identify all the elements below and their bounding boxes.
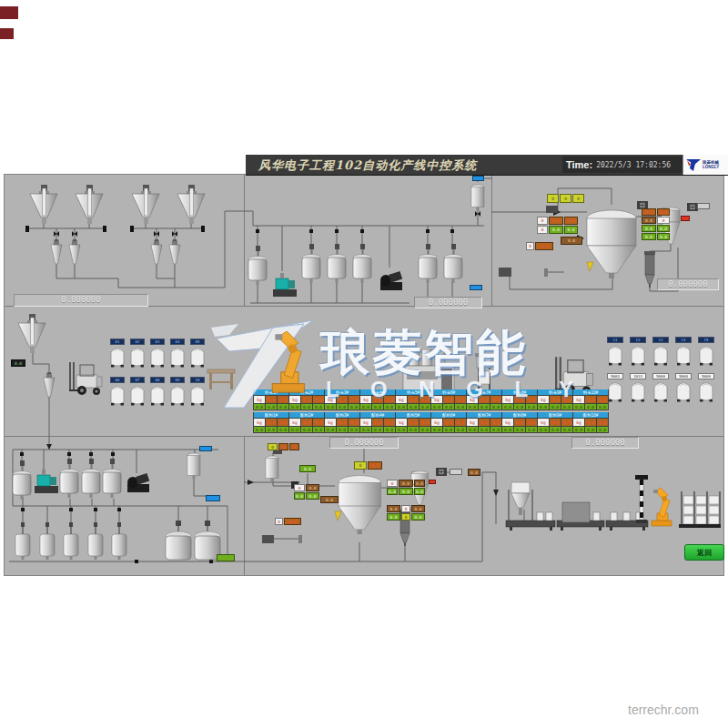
batch-table-cell: 0.0 (455, 427, 466, 433)
batch-table-cell: 0.0 (384, 419, 395, 427)
work-table (207, 369, 235, 389)
batch-table-cell: 0.0 (349, 396, 359, 404)
batch-table-cell: kg (325, 419, 337, 427)
batch-table-cell: 0.0 (550, 404, 561, 410)
batch-table-cell: 0.0 (337, 404, 349, 410)
batch-table-cell: kg (573, 419, 585, 427)
batch-table-cell: 0.0 (313, 396, 324, 404)
batch-table-header: 料仓5# (396, 389, 430, 396)
batch-table-header: 配料4# (360, 412, 395, 419)
batch-table-header: 料仓7# (467, 389, 501, 396)
batch-table-cell: 0.0 (396, 427, 408, 433)
logo-brand: LONGLY (703, 165, 719, 169)
batch-table-cell: 0.0 (443, 427, 455, 433)
batch-table-cell: 0.0 (479, 404, 490, 410)
batch-table-cell: 0.0 (490, 396, 501, 404)
batch-table-cell: 0.0 (431, 404, 443, 410)
batch-table-cell: kg (289, 419, 301, 427)
batch-table-header: 配料3# (325, 412, 359, 419)
batch-table-header: 料仓3# (325, 389, 359, 396)
batch-table-cell: 0.0 (420, 396, 430, 404)
corner-mark (0, 28, 14, 39)
batch-table-header: 料仓8# (502, 389, 537, 396)
batch-table-cell: 0.0 (408, 419, 420, 427)
batch-table-cell: 0.0 (455, 404, 466, 410)
batch-table-cell: 0.0 (597, 419, 608, 427)
packing-line (493, 472, 721, 531)
batch-table-cell: 0.0 (349, 419, 359, 427)
filling-station (508, 482, 533, 524)
batch-table-cell: 0.0 (490, 404, 501, 410)
batch-table-cell: 0.0 (289, 404, 301, 410)
feeder-station (25, 185, 244, 288)
batch-table-cell: 0.0 (561, 404, 572, 410)
batch-table-cell: 0.0 (443, 419, 455, 427)
plant-graphics (5, 175, 723, 575)
batch-table-cell: 0.0 (278, 419, 288, 427)
batch-table-cell: kg (538, 419, 550, 427)
batch-table-cell: 0.0 (360, 404, 372, 410)
batch-table-cell: 0.0 (538, 427, 550, 433)
batch-table-header: 配料6# (431, 412, 466, 419)
batch-table-cell: 0.0 (479, 419, 490, 427)
batch-table-header: 配料1# (254, 412, 288, 419)
company-logo: 琅菱机械 LONGLY (682, 155, 728, 175)
batch-table-cell: 0.0 (266, 427, 278, 433)
batch-table-cell: 0.0 (301, 404, 313, 410)
batch-table-cell: kg (360, 419, 372, 427)
pallet-stack (679, 491, 721, 528)
batch-table-cell: 0.0 (502, 427, 514, 433)
batch-table-cell: 0.0 (337, 427, 349, 433)
batch-table-header: 配料7# (467, 412, 501, 419)
batch-table-header: 配料2# (289, 412, 324, 419)
return-button[interactable]: 返回 (684, 544, 724, 561)
batch-table-cell: 0.0 (526, 419, 537, 427)
batch-table-cell: kg (502, 419, 514, 427)
batch-table-cell: 0.0 (278, 396, 288, 404)
batch-table-header: 配料9# (538, 412, 572, 419)
batch-table-cell: 0.0 (349, 427, 359, 433)
batch-table-cell: 0.0 (490, 419, 501, 427)
batch-table-cell: 0.0 (408, 404, 420, 410)
batch-table-cell: 0.0 (443, 396, 455, 404)
batch-table-cell: 0.0 (526, 427, 537, 433)
batch-table-cell: kg (360, 396, 372, 404)
batch-table-header: 料仓4# (360, 389, 395, 396)
batch-table-cell: 0.0 (266, 396, 278, 404)
spray-dryer-1 (491, 188, 705, 291)
batch-table-cell: 0.0 (408, 427, 420, 433)
batch-table-band: 料仓1#kg0.00.00.00.00.0料仓2#kg0.00.00.00.00… (253, 389, 609, 410)
batch-table-cell: 0.0 (538, 404, 550, 410)
batch-table-cell: 0.0 (301, 419, 313, 427)
batch-table-cell: 0.0 (384, 396, 395, 404)
batch-table-cell: 0.0 (372, 404, 384, 410)
batch-table-cell: 0.0 (550, 419, 561, 427)
batch-table-cell: 0.0 (408, 396, 420, 404)
batch-table-cell: 0.0 (349, 404, 359, 410)
batch-table-header: 料仓6# (431, 389, 466, 396)
batch-table-cell: 0.0 (585, 396, 597, 404)
batch-table: 料仓1#kg0.00.00.00.00.0料仓2#kg0.00.00.00.00… (253, 389, 609, 433)
batch-table-cell: kg (431, 396, 443, 404)
batch-table-cell: 0.0 (396, 404, 408, 410)
batch-table-cell: kg (431, 419, 443, 427)
batch-table-cell: 0.0 (337, 396, 349, 404)
batch-table-cell: 0.0 (420, 427, 430, 433)
case-packer (562, 502, 590, 522)
batch-table-cell: 0.0 (278, 427, 288, 433)
batch-table-cell: 0.0 (573, 404, 585, 410)
title-bar: 风华电子工程102自动化产线中控系统 Time: 2022/5/3 17:02:… (246, 155, 728, 176)
batch-table-cell: 0.0 (266, 404, 278, 410)
batch-table-cell: kg (254, 419, 266, 427)
batch-table-cell: 0.0 (514, 404, 526, 410)
batch-table-cell: 0.0 (526, 404, 537, 410)
corner-mark (0, 6, 18, 19)
batch-table-cell: kg (538, 396, 550, 404)
batch-table-cell: kg (396, 396, 408, 404)
batch-table-header: 料仓9# (538, 389, 572, 396)
batch-table-cell: 0.0 (443, 404, 455, 410)
batch-table-cell: 0.0 (301, 396, 313, 404)
batch-table-cell: 0.0 (550, 396, 561, 404)
flow-readout-5: 0.000000 (571, 437, 639, 449)
batch-table-cell: 0.0 (490, 427, 501, 433)
